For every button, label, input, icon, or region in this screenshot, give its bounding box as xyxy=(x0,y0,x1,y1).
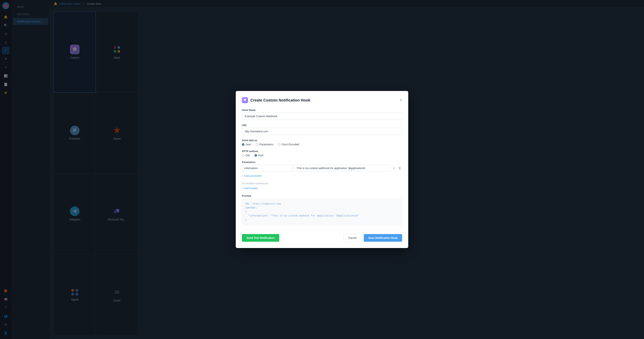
modal-title-group: Create Custom Notification Hook xyxy=(242,97,310,103)
add-parameter-button[interactable]: + Add parameter xyxy=(242,174,262,178)
send-data-options: Json Parameters Form Encoded xyxy=(242,143,402,146)
http-method-options: Get Post xyxy=(242,154,402,157)
footer-right-buttons: Cancel Save Notification Hook xyxy=(344,234,402,242)
preview-box: URL: http://sematext.com CONTENT: { "inf… xyxy=(242,199,402,225)
send-data-params-label: Parameters xyxy=(260,143,273,146)
no-headers-text: No headers created yet xyxy=(242,182,402,185)
http-get-radio[interactable] xyxy=(242,154,244,157)
preview-line-0: URL: http://sematext.com xyxy=(245,202,399,206)
http-method-label: HTTP method xyxy=(242,150,402,153)
hook-name-group: Hook Name xyxy=(242,109,402,120)
send-data-form-label: Form Encoded xyxy=(282,143,299,146)
preview-line-3: "information": "This is my custom webhoo… xyxy=(245,214,399,218)
http-post-label: Post xyxy=(258,154,264,157)
hook-name-input[interactable] xyxy=(242,113,402,120)
add-header-label: + Add header xyxy=(242,187,258,190)
http-get-label: Get xyxy=(246,154,250,157)
url-input[interactable] xyxy=(242,128,402,135)
save-notification-hook-button[interactable]: Save Notification Hook xyxy=(364,234,402,242)
param-delete-button-0[interactable]: 🗑 xyxy=(398,166,402,171)
param-key-input-0[interactable] xyxy=(242,165,292,172)
send-data-label: Send data as xyxy=(242,139,402,142)
parameter-row-0: ✕ 🗑 xyxy=(242,165,402,172)
modal-title: Create Custom Notification Hook xyxy=(250,98,310,102)
send-data-group: Send data as Json Parameters Form Encode… xyxy=(242,139,402,146)
add-parameter-label: + Add parameter xyxy=(242,174,262,177)
http-post-option[interactable]: Post xyxy=(254,154,264,157)
http-method-group: HTTP method Get Post xyxy=(242,150,402,157)
send-data-params-option[interactable]: Parameters xyxy=(256,143,273,146)
send-data-json-label: Json xyxy=(246,143,251,146)
modal-hook-icon xyxy=(242,97,248,103)
url-label: URL xyxy=(242,124,402,127)
modal-overlay: Create Custom Notification Hook × Hook N… xyxy=(0,0,644,339)
preview-line-2: { xyxy=(245,210,399,214)
create-hook-modal: Create Custom Notification Hook × Hook N… xyxy=(236,91,408,248)
param-clear-button-0[interactable]: ✕ xyxy=(392,166,396,171)
param-value-input-0[interactable] xyxy=(294,165,390,172)
send-data-json-radio[interactable] xyxy=(242,143,244,146)
preview-line-1: CONTENT: xyxy=(245,206,399,210)
send-data-form-radio[interactable] xyxy=(278,143,280,146)
preview-label: Preview xyxy=(242,194,402,197)
url-group: URL xyxy=(242,124,402,135)
cancel-button[interactable]: Cancel xyxy=(344,234,362,242)
modal-close-button[interactable]: × xyxy=(400,98,402,102)
send-data-form-option[interactable]: Form Encoded xyxy=(278,143,299,146)
modal-header: Create Custom Notification Hook × xyxy=(242,97,402,103)
modal-footer: Send Test Notification Cancel Save Notif… xyxy=(242,230,402,242)
http-post-radio[interactable] xyxy=(254,154,257,157)
send-data-json-option[interactable]: Json xyxy=(242,143,251,146)
preview-line-4: } xyxy=(245,218,399,222)
preview-group: Preview URL: http://sematext.com CONTENT… xyxy=(242,194,402,225)
add-header-button[interactable]: + Add header xyxy=(242,186,258,191)
headers-group: No headers created yet + Add header xyxy=(242,182,402,191)
http-get-option[interactable]: Get xyxy=(242,154,250,157)
send-data-params-radio[interactable] xyxy=(256,143,258,146)
parameters-group: Parameters ✕ 🗑 + Add parameter xyxy=(242,161,402,178)
parameters-label: Parameters xyxy=(242,161,402,164)
send-test-notification-button[interactable]: Send Test Notification xyxy=(242,234,279,242)
hook-name-label: Hook Name xyxy=(242,109,402,111)
